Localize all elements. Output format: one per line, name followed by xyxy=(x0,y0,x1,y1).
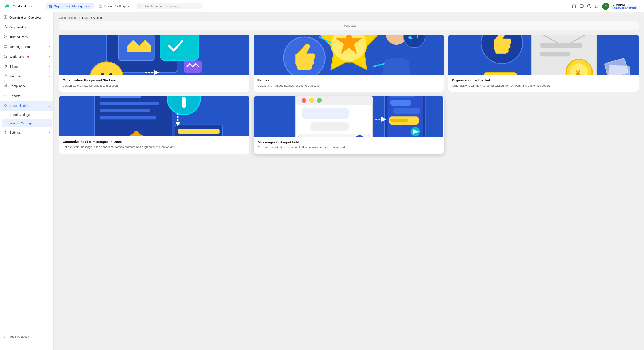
sidebar-item-billing[interactable]: Billing ▾ xyxy=(0,62,54,71)
trusted-party-caret-icon: ▾ xyxy=(48,35,50,39)
product-settings-label: Product Settings xyxy=(104,4,126,8)
sidebar-subitem-brand-settings[interactable]: Brand Settings xyxy=(0,111,54,119)
svg-point-19 xyxy=(596,7,597,7)
product-settings-caret-icon: ▾ xyxy=(128,5,129,8)
breadcrumb-parent[interactable]: Customization xyxy=(59,16,77,19)
svg-point-18 xyxy=(596,7,596,7)
user-name: Tomorrow xyxy=(611,3,637,6)
security-caret-icon: ▾ xyxy=(48,75,50,78)
svg-rect-43 xyxy=(160,35,199,61)
card-body-badges: Badges Upload and manage badges for your… xyxy=(254,75,444,92)
search-bar[interactable] xyxy=(136,3,203,9)
meeting-rooms-icon xyxy=(4,45,7,49)
sidebar-subitem-feature-settings[interactable]: Feature Settings xyxy=(2,119,52,127)
user-area[interactable]: T Tomorrow Primary administrator ▾ xyxy=(602,3,640,10)
cards-row-1: Organization Emojis and Stickers Customi… xyxy=(59,35,639,92)
sidebar-item-reports[interactable]: Reports ▾ xyxy=(0,91,54,101)
card-desc-org-emojis: Customize organization emojis and sticke… xyxy=(62,83,246,88)
svg-rect-33 xyxy=(4,106,5,107)
svg-rect-113 xyxy=(393,108,420,114)
svg-rect-34 xyxy=(6,106,7,107)
top-navigation: Feishu Admin Organization Management Pro… xyxy=(0,0,644,12)
sidebar-item-customization[interactable]: Customization ▴ xyxy=(0,101,54,111)
workplace-caret-icon: ▾ xyxy=(48,55,50,58)
svg-point-6 xyxy=(100,5,101,7)
card-desc-badges: Upload and manage badges for your organi… xyxy=(258,83,440,88)
card-title-customize-header: Customize header messages in Docs xyxy=(62,140,246,144)
settings-caret-icon: ▾ xyxy=(48,131,50,134)
illustration-badges xyxy=(254,35,444,75)
svg-rect-105 xyxy=(302,108,349,119)
svg-rect-111 xyxy=(389,96,416,98)
svg-rect-97 xyxy=(296,96,372,105)
card-customize-header[interactable]: Customize header messages in Docs Set a … xyxy=(59,96,249,154)
sidebar-item-meeting-rooms[interactable]: Meeting Rooms ▾ xyxy=(0,42,54,52)
reports-caret-icon: ▾ xyxy=(48,94,50,98)
sidebar-label-reports: Reports xyxy=(10,94,20,98)
sidebar: Organization Overview Organization ▾ Tru… xyxy=(0,12,54,350)
breadcrumb-current: Feature Settings xyxy=(82,16,103,19)
feature-settings-content: mobile app xyxy=(54,21,644,159)
sidebar-label-trusted-party: Trusted Party xyxy=(10,35,28,39)
user-caret-icon: ▾ xyxy=(639,5,640,8)
svg-rect-88 xyxy=(178,129,220,134)
avatar: T xyxy=(602,3,609,10)
customization-icon xyxy=(4,104,7,108)
sidebar-item-settings[interactable]: Settings ▾ xyxy=(0,128,54,138)
svg-rect-106 xyxy=(310,122,349,131)
illustration-red-packet: ¥ xyxy=(448,35,639,75)
search-input[interactable] xyxy=(144,4,200,8)
security-icon xyxy=(4,74,7,79)
sidebar-label-org-overview: Organization Overview xyxy=(10,16,41,19)
svg-rect-59 xyxy=(540,43,582,47)
organization-caret-icon: ▾ xyxy=(48,26,50,29)
product-settings-nav-btn[interactable]: Product Settings ▾ xyxy=(96,3,132,9)
sidebar-item-compliance[interactable]: Compliance ▾ xyxy=(0,81,54,91)
logo-area[interactable]: Feishu Admin xyxy=(4,3,44,10)
hide-nav-label: Hide Navigation xyxy=(8,335,29,339)
card-body-red-packet: Organization red packet Organizations ca… xyxy=(448,75,639,92)
sidebar-label-security: Security xyxy=(10,75,21,78)
org-management-nav-btn[interactable]: Organization Management xyxy=(46,3,94,9)
user-info: Tomorrow Primary administrator xyxy=(611,3,637,9)
svg-rect-75 xyxy=(100,102,159,105)
help-icon-btn[interactable] xyxy=(587,4,592,8)
sidebar-label-compliance: Compliance xyxy=(10,84,26,88)
svg-point-99 xyxy=(309,98,314,103)
svg-point-100 xyxy=(317,98,322,103)
card-desc-customize-header: Set a custom message in the header of Do… xyxy=(62,145,246,149)
sidebar-item-workplace[interactable]: Workplace ▾ xyxy=(0,52,54,62)
feature-settings-label: Feature Settings xyxy=(10,121,32,125)
chat-icon-btn[interactable] xyxy=(580,4,584,8)
sidebar-label-customization: Customization xyxy=(10,104,29,108)
sidebar-item-trusted-party[interactable]: Trusted Party ▾ xyxy=(0,32,54,42)
svg-rect-60 xyxy=(540,52,570,56)
grid-icon-btn[interactable] xyxy=(594,4,599,8)
search-icon xyxy=(139,5,142,8)
sidebar-label-meeting-rooms: Meeting Rooms xyxy=(10,45,31,49)
svg-point-15 xyxy=(596,6,596,6)
sidebar-item-organization[interactable]: Organization ▾ xyxy=(0,22,54,32)
org-management-icon xyxy=(49,4,52,8)
headset-icon-btn[interactable] xyxy=(572,4,576,8)
svg-rect-32 xyxy=(6,104,7,105)
svg-rect-4 xyxy=(49,6,50,7)
org-overview-icon xyxy=(4,15,7,20)
svg-point-80 xyxy=(134,131,139,136)
sidebar-label-organization: Organization xyxy=(10,25,27,29)
card-img-badges xyxy=(254,35,444,75)
card-messenger-input[interactable]: | xyxy=(254,96,444,154)
card-red-packet[interactable]: ¥ xyxy=(448,35,639,92)
svg-point-14 xyxy=(598,5,598,5)
svg-rect-21 xyxy=(4,15,5,17)
sidebar-item-org-overview[interactable]: Organization Overview xyxy=(0,12,54,22)
sidebar-item-security[interactable]: Security ▾ xyxy=(0,71,54,81)
cards-row-2: Customize header messages in Docs Set a … xyxy=(59,96,639,154)
card-badges[interactable]: Badges Upload and manage badges for your… xyxy=(254,35,444,92)
hide-navigation-btn[interactable]: Hide Navigation xyxy=(0,332,54,341)
sidebar-label-settings: Settings xyxy=(10,131,21,134)
card-org-emojis[interactable]: Organization Emojis and Stickers Customi… xyxy=(59,35,249,92)
svg-rect-27 xyxy=(4,56,7,58)
card-title-badges: Badges xyxy=(258,78,440,82)
billing-icon xyxy=(4,64,7,69)
